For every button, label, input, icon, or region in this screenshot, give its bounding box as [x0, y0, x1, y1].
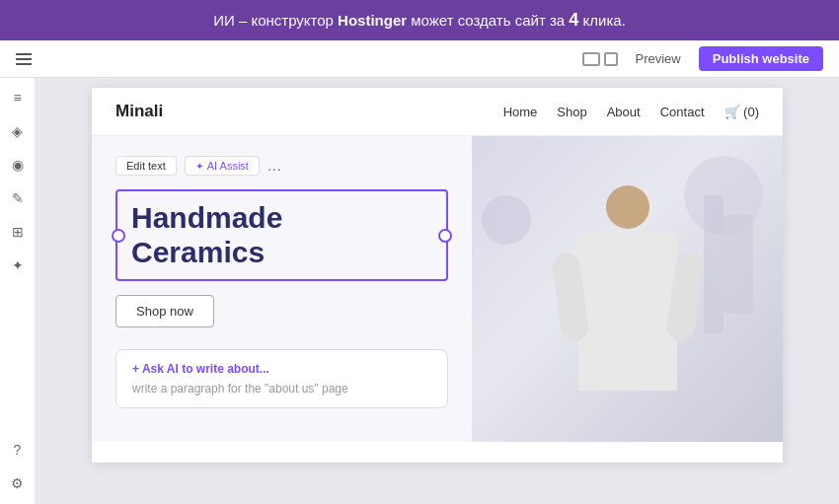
publish-button[interactable]: Publish website [699, 46, 823, 71]
editor-main: ≡ ◈ ◉ ✎ ⊞ ✦ ? ⚙ Minali Home Shop [0, 78, 839, 504]
ai-prompt-label: + Ask AI to write about... [132, 362, 431, 376]
ai-prompt-text: write a paragraph for the "about us" pag… [132, 382, 431, 396]
editor-wrapper: Preview Publish website ≡ ◈ ◉ ✎ ⊞ ✦ ? ⚙ … [0, 40, 839, 504]
nav-contact[interactable]: Contact [660, 105, 705, 119]
site-nav: Home Shop About Contact [503, 105, 705, 119]
editor-topbar: Preview Publish website [0, 40, 839, 78]
bg-decoration-rect2 [704, 195, 724, 333]
ai-assist-button[interactable]: ✦ AI Assist [185, 156, 260, 176]
hero-heading-line1: Handmade [131, 201, 282, 234]
nav-shop[interactable]: Shop [557, 105, 586, 119]
banner-number: 4 [569, 10, 578, 30]
site-hero: Edit text ✦ AI Assist ... Handmade Ce [92, 136, 783, 442]
sidebar-icon-edit[interactable]: ✎ [8, 188, 28, 208]
device-icons [582, 52, 618, 66]
top-banner: ИИ – конструктор Hostinger может создать… [0, 0, 839, 40]
sidebar-icon-ai[interactable]: ✦ [8, 255, 28, 275]
preview-button[interactable]: Preview [628, 48, 689, 69]
website-preview: Minali Home Shop About Contact 🛒 (0) [92, 88, 783, 463]
edit-bar: Edit text ✦ AI Assist ... [115, 156, 448, 176]
site-header: Minali Home Shop About Contact 🛒 (0) [92, 88, 783, 136]
person-figure [559, 185, 697, 442]
hero-left: Edit text ✦ AI Assist ... Handmade Ce [92, 136, 472, 442]
sidebar-icon-layers[interactable]: ◈ [8, 121, 28, 141]
person-head [606, 185, 649, 229]
sidebar-icon-settings[interactable]: ⚙ [8, 473, 28, 493]
person-body [578, 233, 677, 391]
nav-about[interactable]: About [607, 105, 641, 119]
sidebar-icon-menu[interactable]: ≡ [8, 88, 28, 108]
left-sidebar: ≡ ◈ ◉ ✎ ⊞ ✦ ? ⚙ [0, 78, 36, 504]
ai-assist-label: AI Assist [207, 160, 249, 172]
nav-home[interactable]: Home [503, 105, 538, 119]
banner-text-prefix: ИИ – конструктор [213, 12, 338, 29]
edit-text-button[interactable]: Edit text [115, 156, 177, 176]
ai-prompt-box[interactable]: + Ask AI to write about... write a parag… [115, 349, 448, 408]
hamburger-icon[interactable] [16, 53, 32, 65]
bg-decoration-circle2 [482, 195, 531, 245]
hero-right-image [472, 136, 783, 442]
sidebar-icon-help[interactable]: ? [8, 440, 28, 460]
site-cart[interactable]: 🛒 (0) [725, 105, 760, 119]
site-logo: Minali [115, 102, 163, 121]
desktop-icon[interactable] [582, 52, 600, 66]
canvas-area: Minali Home Shop About Contact 🛒 (0) [36, 78, 839, 504]
bg-decoration-rect1 [724, 215, 753, 314]
topbar-left [16, 53, 32, 65]
sidebar-bottom: ? ⚙ [8, 440, 28, 504]
banner-text-middle: может создать сайт за [407, 12, 569, 29]
sidebar-icon-elements[interactable]: ◉ [8, 155, 28, 175]
banner-text-suffix: клика. [578, 12, 625, 29]
sidebar-icon-apps[interactable]: ⊞ [8, 222, 28, 242]
tablet-icon[interactable] [604, 52, 618, 66]
hero-heading: Handmade Ceramics [131, 201, 432, 269]
heading-box[interactable]: Handmade Ceramics [115, 189, 448, 281]
more-options-button[interactable]: ... [267, 158, 282, 174]
banner-brand: Hostinger [338, 12, 407, 29]
hero-heading-line2: Ceramics [131, 236, 265, 268]
shop-now-button[interactable]: Shop now [115, 295, 214, 327]
ai-star-icon: ✦ [195, 161, 203, 172]
